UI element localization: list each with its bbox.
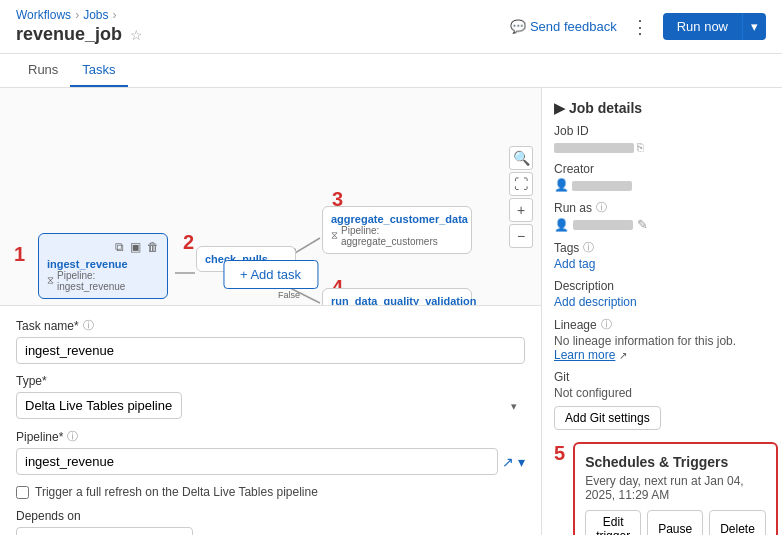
delete-node-icon[interactable]: 🗑 <box>147 240 159 254</box>
user-icon: 👤 <box>554 178 569 192</box>
zoom-out-button[interactable]: − <box>509 224 533 248</box>
description-value: Add description <box>554 295 770 309</box>
creator-label: Creator <box>554 162 770 176</box>
tabs-bar: Runs Tasks <box>0 54 782 88</box>
lineage-row: Lineage ⓘ No lineage information for thi… <box>554 317 770 362</box>
depends-on-row: Depends on Select task dependencies... <box>16 509 525 535</box>
aggregate-sub: ⧖ Pipeline: aggregate_customers <box>331 225 463 247</box>
lineage-info-icon[interactable]: ⓘ <box>601 317 612 332</box>
main-content: True False 1 ⧉ ▣ 🗑 ingest_revenue ⧖ Pipe… <box>0 88 782 535</box>
add-git-settings-button[interactable]: Add Git settings <box>554 406 661 430</box>
creator-row: Creator 👤 <box>554 162 770 192</box>
schedules-wrapper: 5 Schedules & Triggers Every day, next r… <box>554 442 770 535</box>
pipeline-row: Pipeline* ⓘ ↗ ▾ <box>16 429 525 475</box>
add-description-button[interactable]: Add description <box>554 295 637 309</box>
run-as-edit-icon[interactable]: ✎ <box>637 217 648 232</box>
creator-value: 👤 <box>554 178 770 192</box>
edit-node-icon[interactable]: ▣ <box>130 240 141 254</box>
ingest-revenue-title: ingest_revenue <box>47 258 159 270</box>
validation-title: run_data_quality_validation <box>331 295 463 305</box>
job-details-section: ▶ Job details Job ID ⎘ Creator 👤 <box>554 100 770 430</box>
right-panel: ▶ Job details Job ID ⎘ Creator 👤 <box>542 88 782 535</box>
pause-trigger-button[interactable]: Pause <box>647 510 703 535</box>
breadcrumb-workflows[interactable]: Workflows <box>16 8 71 22</box>
run-as-label: Run as ⓘ <box>554 200 770 215</box>
schedules-section: Schedules & Triggers Every day, next run… <box>573 442 778 535</box>
title-row: revenue_job ☆ <box>16 24 143 45</box>
tags-info-icon[interactable]: ⓘ <box>583 240 594 255</box>
delete-trigger-button[interactable]: Delete <box>709 510 766 535</box>
job-id-label: Job ID <box>554 124 770 138</box>
schedules-buttons: Edit trigger Pause Delete <box>585 510 766 535</box>
tags-row: Tags ⓘ Add tag <box>554 240 770 271</box>
lineage-text: No lineage information for this job. <box>554 334 736 348</box>
task-name-input[interactable] <box>16 337 525 364</box>
depends-on-select[interactable]: Select task dependencies... <box>16 527 193 535</box>
breadcrumb-jobs[interactable]: Jobs <box>83 8 108 22</box>
depends-on-select-wrapper: Select task dependencies... <box>16 527 525 535</box>
full-refresh-checkbox[interactable] <box>16 486 29 499</box>
pipeline-icon-small: ⧖ <box>47 275 54 287</box>
header-right: 💬 Send feedback ⋮ Run now ▾ <box>510 13 766 40</box>
label-1: 1 <box>14 243 25 266</box>
add-task-button[interactable]: + Add task <box>223 260 318 289</box>
tab-tasks[interactable]: Tasks <box>70 54 127 87</box>
task-node-validation[interactable]: run_data_quality_validation ☐ databricks… <box>322 288 472 305</box>
search-zoom-button[interactable]: 🔍 <box>509 146 533 170</box>
fit-view-button[interactable]: ⛶ <box>509 172 533 196</box>
copy-node-icon[interactable]: ⧉ <box>115 240 124 254</box>
description-row: Description Add description <box>554 279 770 309</box>
external-link-small-icon: ↗ <box>619 350 627 361</box>
canvas[interactable]: True False 1 ⧉ ▣ 🗑 ingest_revenue ⧖ Pipe… <box>0 88 541 305</box>
run-as-redacted <box>573 220 633 230</box>
pipeline-dropdown-icon[interactable]: ▾ <box>518 454 525 470</box>
task-name-row: Task name* ⓘ <box>16 318 525 364</box>
header: Workflows › Jobs › revenue_job ☆ 💬 Send … <box>0 0 782 54</box>
star-icon[interactable]: ☆ <box>130 27 143 43</box>
run-now-button[interactable]: Run now <box>663 13 742 40</box>
breadcrumb: Workflows › Jobs › <box>16 8 143 22</box>
send-feedback-button[interactable]: 💬 Send feedback <box>510 19 617 34</box>
learn-more-link[interactable]: Learn more <box>554 348 615 362</box>
message-icon: 💬 <box>510 19 526 34</box>
edit-trigger-button[interactable]: Edit trigger <box>585 510 641 535</box>
zoom-controls: 🔍 ⛶ + − <box>509 146 533 248</box>
more-options-button[interactable]: ⋮ <box>625 14 655 40</box>
task-name-info-icon[interactable]: ⓘ <box>83 318 94 333</box>
external-link-icon[interactable]: ↗ <box>502 454 514 470</box>
task-node-ingest-revenue[interactable]: ⧉ ▣ 🗑 ingest_revenue ⧖ Pipeline: ingest_… <box>38 233 168 299</box>
pipeline-info-icon[interactable]: ⓘ <box>67 429 78 444</box>
type-select[interactable]: Delta Live Tables pipeline <box>16 392 182 419</box>
aggregate-title: aggregate_customer_data <box>331 213 463 225</box>
pipeline-icon-agg: ⧖ <box>331 230 338 242</box>
job-id-value: ⎘ <box>554 140 770 154</box>
chevron-right-icon: ▶ <box>554 100 565 116</box>
add-tag-button[interactable]: Add tag <box>554 257 595 271</box>
pipeline-input[interactable] <box>16 448 498 475</box>
run-now-group: Run now ▾ <box>663 13 766 40</box>
lineage-label: Lineage ⓘ <box>554 317 770 332</box>
node-action-icons: ⧉ ▣ 🗑 <box>47 240 159 254</box>
copy-job-id-icon[interactable]: ⎘ <box>637 141 644 153</box>
run-now-dropdown-button[interactable]: ▾ <box>742 13 766 40</box>
breadcrumb-sep1: › <box>75 8 79 22</box>
tags-label: Tags ⓘ <box>554 240 770 255</box>
git-not-configured: Not configured <box>554 386 770 400</box>
tab-runs[interactable]: Runs <box>16 54 70 87</box>
lineage-value: No lineage information for this job. Lea… <box>554 334 770 362</box>
pipeline-action-icons: ↗ ▾ <box>502 454 525 470</box>
zoom-in-button[interactable]: + <box>509 198 533 222</box>
full-refresh-label: Trigger a full refresh on the Delta Live… <box>35 485 318 499</box>
pipeline-label: Pipeline* ⓘ <box>16 429 525 444</box>
run-as-value: 👤 ✎ <box>554 217 770 232</box>
run-as-info-icon[interactable]: ⓘ <box>596 200 607 215</box>
git-row: Git Not configured Add Git settings <box>554 370 770 430</box>
pipeline-input-row: ↗ ▾ <box>16 448 525 475</box>
type-row: Type* Delta Live Tables pipeline <box>16 374 525 419</box>
task-node-aggregate[interactable]: aggregate_customer_data ⧖ Pipeline: aggr… <box>322 206 472 254</box>
canvas-area: True False 1 ⧉ ▣ 🗑 ingest_revenue ⧖ Pipe… <box>0 88 542 535</box>
job-details-title[interactable]: ▶ Job details <box>554 100 770 116</box>
schedules-description: Every day, next run at Jan 04, 2025, 11:… <box>585 474 766 502</box>
label-5: 5 <box>554 442 565 465</box>
run-as-user-icon: 👤 <box>554 218 569 232</box>
